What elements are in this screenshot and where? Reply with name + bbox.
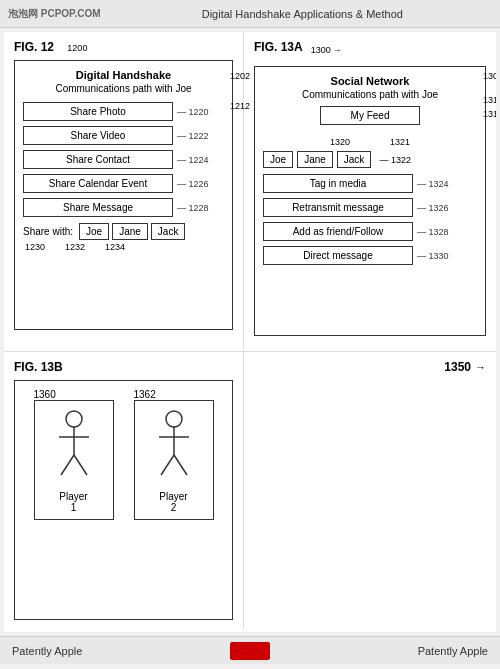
share-photo-button[interactable]: Share Photo — [23, 102, 173, 121]
ref1326: — 1326 — [417, 203, 449, 213]
stick-figure-2 — [149, 407, 199, 487]
add-friend-row: Add as friend/Follow — 1328 — [263, 222, 477, 241]
ref1228: — 1228 — [177, 203, 209, 213]
fig13a-arrow: → — [333, 45, 342, 55]
ref1230: 1230 — [25, 242, 45, 252]
fig13b-box: 1360 — [14, 380, 233, 620]
fig12-container: FIG. 12 1200 1202 1212 Digital Handshake… — [4, 32, 244, 351]
ref1312: 1312 — [483, 95, 496, 105]
tag-media-row: Tag in media — 1324 — [263, 174, 477, 193]
doc-title: Digital Handshake Applications & Method — [113, 8, 492, 20]
share-with-row: Share with: Joe Jane Jack — [23, 223, 224, 240]
share-with-label: Share with: — [23, 226, 73, 237]
fig12-title: Digital Handshake — [23, 69, 224, 81]
fig13b-label: FIG. 13B — [14, 360, 233, 374]
fig13a-person-row: Joe Jane Jack — 1322 — [263, 151, 477, 168]
ref1322: — 1322 — [379, 155, 411, 165]
fig1350-container: 1350 → — [244, 352, 496, 630]
ref1226: — 1226 — [177, 179, 209, 189]
bottom-section: FIG. 13B 1360 — [4, 352, 496, 630]
ref1302: 1302 — [483, 71, 496, 81]
svg-point-0 — [66, 411, 82, 427]
player2-section: 1362 Player2 — [134, 389, 214, 520]
fig13a-title: Social Network — [263, 75, 477, 87]
feed-refs-row: 1320 1321 — [263, 137, 477, 147]
svg-line-4 — [74, 455, 87, 475]
ref1222: — 1222 — [177, 131, 209, 141]
top-section: FIG. 12 1200 1202 1212 Digital Handshake… — [4, 32, 496, 352]
share-message-row: Share Message — 1228 — [23, 198, 224, 217]
footer-logo — [230, 642, 270, 660]
ref1328: — 1328 — [417, 227, 449, 237]
player1-card: Player1 — [34, 400, 114, 520]
player1-section: 1360 — [34, 389, 114, 520]
svg-line-3 — [61, 455, 74, 475]
share-photo-row: Share Photo — 1220 — [23, 102, 224, 121]
ref1224: — 1224 — [177, 155, 209, 165]
share-video-button[interactable]: Share Video — [23, 126, 173, 145]
svg-point-5 — [166, 411, 182, 427]
ref1330: — 1330 — [417, 251, 449, 261]
person-refs: 1230 1232 1234 — [23, 242, 224, 252]
share-contact-button[interactable]: Share Contact — [23, 150, 173, 169]
ref1220: — 1220 — [177, 107, 209, 117]
jack-button-13a[interactable]: Jack — [337, 151, 372, 168]
fig13a-label: FIG. 13A — [254, 40, 303, 54]
fig12-label: FIG. 12 1200 — [14, 40, 233, 54]
joe-button-13a[interactable]: Joe — [263, 151, 293, 168]
tag-media-button[interactable]: Tag in media — [263, 174, 413, 193]
fig12-ref: 1200 — [67, 43, 87, 53]
fig13a-header: FIG. 13A 1300 → — [254, 40, 486, 60]
site-name: 泡泡网 PCPOP.COM — [8, 7, 101, 21]
ref1321: 1321 — [390, 137, 410, 147]
svg-line-8 — [161, 455, 174, 475]
top-bar: 泡泡网 PCPOP.COM Digital Handshake Applicat… — [0, 0, 500, 28]
player2-label: Player2 — [159, 491, 187, 513]
retransmit-button[interactable]: Retransmit message — [263, 198, 413, 217]
jack-button-fig12[interactable]: Jack — [151, 223, 186, 240]
player1-ref: 1360 — [34, 389, 56, 400]
ref1324: — 1324 — [417, 179, 449, 189]
fig13a-ref: 1300 — [311, 45, 331, 55]
my-feed-button[interactable]: My Feed — [320, 106, 420, 125]
fig1350-header: 1350 → — [254, 360, 486, 374]
fig13a-subtitle: Communications path with Joe — [263, 89, 477, 100]
fig12-subtitle: Communications path with Joe — [23, 83, 224, 94]
player2-card: Player2 — [134, 400, 214, 520]
svg-line-9 — [174, 455, 187, 475]
ref1314: 1314 — [483, 109, 496, 119]
add-friend-button[interactable]: Add as friend/Follow — [263, 222, 413, 241]
fig13b-container: FIG. 13B 1360 — [4, 352, 244, 630]
footer-right-text: Patently Apple — [418, 645, 488, 657]
ref1234: 1234 — [105, 242, 125, 252]
ref1232: 1232 — [65, 242, 85, 252]
share-contact-row: Share Contact — 1224 — [23, 150, 224, 169]
fig12-box: 1202 1212 Digital Handshake Communicatio… — [14, 60, 233, 330]
players-row: 1360 — [34, 389, 214, 520]
ref1320: 1320 — [330, 137, 350, 147]
player2-ref: 1362 — [134, 389, 156, 400]
fig13a-box: 1302 1312 1314 Social Network Communicat… — [254, 66, 486, 336]
direct-message-row: Direct message — 1330 — [263, 246, 477, 265]
jane-button-13a[interactable]: Jane — [297, 151, 333, 168]
footer: Patently Apple Patently Apple — [0, 636, 500, 664]
joe-button-fig12[interactable]: Joe — [79, 223, 109, 240]
share-calendar-button[interactable]: Share Calendar Event — [23, 174, 173, 193]
footer-left-text: Patently Apple — [12, 645, 82, 657]
fig1350-arrow: → — [475, 361, 486, 373]
share-message-button[interactable]: Share Message — [23, 198, 173, 217]
main-content: FIG. 12 1200 1202 1212 Digital Handshake… — [4, 32, 496, 632]
direct-message-button[interactable]: Direct message — [263, 246, 413, 265]
player1-label: Player1 — [59, 491, 87, 513]
jane-button-fig12[interactable]: Jane — [112, 223, 148, 240]
share-calendar-row: Share Calendar Event — 1226 — [23, 174, 224, 193]
fig13a-container: FIG. 13A 1300 → 1302 1312 1314 Social Ne… — [244, 32, 496, 351]
feed-row: My Feed — [263, 106, 477, 131]
ref1350: 1350 — [444, 360, 471, 374]
retransmit-row: Retransmit message — 1326 — [263, 198, 477, 217]
stick-figure-1 — [49, 407, 99, 487]
share-video-row: Share Video — 1222 — [23, 126, 224, 145]
